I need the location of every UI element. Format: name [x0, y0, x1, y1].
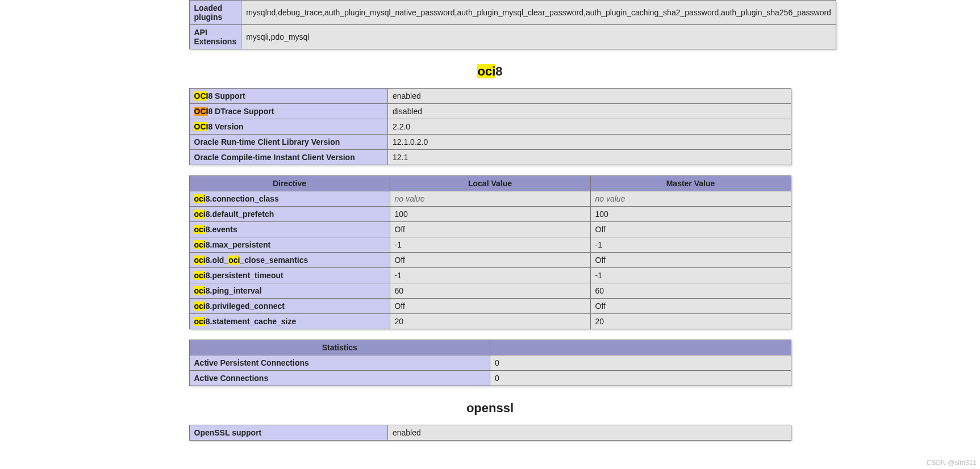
oci8-info-table: OCI8 SupportenabledOCI8 DTrace Supportdi…	[189, 88, 791, 165]
master-value: -1	[590, 268, 791, 283]
row-label: OCI8 Support	[189, 89, 387, 104]
master-value: no value	[590, 191, 791, 207]
table-row: oci8.statement_cache_size2020	[189, 314, 791, 329]
mysqlnd-table-tail: Loaded plugins mysqlnd,debug_trace,auth_…	[189, 0, 836, 49]
table-row: oci8.old_oci_close_semanticsOffOff	[189, 253, 791, 268]
row-label: Active Persistent Connections	[189, 355, 490, 371]
row-label: Oracle Run-time Client Library Version	[189, 135, 387, 150]
section-heading-openssl: openssl	[189, 401, 791, 416]
master-value: 20	[590, 314, 791, 329]
row-value: 0	[490, 371, 791, 386]
table-header-row: Directive Local Value Master Value	[189, 176, 791, 191]
row-value: 12.1.0.2.0	[387, 135, 791, 150]
local-value: Off	[390, 299, 590, 314]
local-value: 60	[390, 283, 590, 299]
table-row: OCI8 DTrace Supportdisabled	[189, 104, 791, 119]
table-row: Oracle Run-time Client Library Version12…	[189, 135, 791, 150]
label-highlight: oci	[194, 194, 206, 203]
row-label: Oracle Compile-time Instant Client Versi…	[189, 150, 387, 165]
directive-name: oci8.old_oci_close_semantics	[189, 253, 390, 268]
label-rest: Oracle Compile-time Instant Client Versi…	[194, 153, 355, 162]
table-row: Active Connections0	[189, 371, 791, 386]
row-label: OCI8 DTrace Support	[189, 104, 387, 119]
local-value: 100	[390, 207, 590, 222]
row-label: Loaded plugins	[189, 1, 241, 25]
table-row: oci8.max_persistent-1-1	[189, 237, 791, 253]
heading-rest: 8	[495, 64, 502, 78]
master-value: Off	[590, 299, 791, 314]
col-blank	[490, 340, 791, 355]
table-row: oci8.connection_classno valueno value	[189, 191, 791, 207]
label-highlight: oci	[194, 210, 206, 219]
row-value: enabled	[387, 89, 791, 104]
label-rest: 8 DTrace Support	[208, 107, 274, 116]
row-label: OpenSSL support	[189, 425, 387, 441]
row-value: 0	[490, 355, 791, 371]
table-row: OCI8 Version2.2.0	[189, 119, 791, 135]
section-heading-oci8: oci8	[189, 64, 791, 79]
directive-name: oci8.persistent_timeout	[189, 268, 390, 283]
table-row: oci8.persistent_timeout-1-1	[189, 268, 791, 283]
row-value: mysqli,pdo_mysql	[241, 25, 836, 49]
local-value: no value	[390, 191, 590, 207]
row-value: 12.1	[387, 150, 791, 165]
table-row: API Extensions mysqli,pdo_mysql	[189, 25, 836, 49]
local-value: -1	[390, 237, 590, 253]
row-label: OCI8 Version	[189, 119, 387, 135]
master-value: 60	[590, 283, 791, 299]
table-row: oci8.eventsOffOff	[189, 222, 791, 237]
directive-name: oci8.default_prefetch	[189, 207, 390, 222]
col-statistics: Statistics	[189, 340, 490, 355]
table-row: OCI8 Supportenabled	[189, 89, 791, 104]
local-value: 20	[390, 314, 590, 329]
directive-name: oci8.connection_class	[189, 191, 390, 207]
local-value: Off	[390, 222, 590, 237]
directive-name: oci8.privileged_connect	[189, 299, 390, 314]
table-row: oci8.privileged_connectOffOff	[189, 299, 791, 314]
label-highlight: oci	[194, 317, 206, 326]
directive-name: oci8.ping_interval	[189, 283, 390, 299]
label-highlight: oci	[228, 256, 240, 265]
oci8-directives-table: Directive Local Value Master Value oci8.…	[189, 175, 791, 329]
col-master-value: Master Value	[590, 176, 791, 191]
directive-name: oci8.events	[189, 222, 390, 237]
label-rest: 8 Version	[208, 122, 243, 131]
oci8-statistics-table: Statistics Active Persistent Connections…	[189, 340, 791, 386]
label-highlight: oci	[194, 240, 206, 249]
label-highlight: OCI	[194, 122, 208, 131]
heading-highlight: oci	[477, 64, 495, 78]
label-highlight: oci	[194, 256, 206, 265]
row-value: disabled	[387, 104, 791, 119]
table-row: OpenSSL support enabled	[189, 425, 791, 441]
row-value: mysqlnd,debug_trace,auth_plugin_mysql_na…	[241, 1, 836, 25]
label-highlight: OCI	[194, 107, 208, 116]
table-row: Active Persistent Connections0	[189, 355, 791, 371]
table-row: Loaded plugins mysqlnd,debug_trace,auth_…	[189, 1, 836, 25]
master-value: Off	[590, 253, 791, 268]
row-value: enabled	[387, 425, 791, 441]
table-header-row: Statistics	[189, 340, 791, 355]
table-row: Oracle Compile-time Instant Client Versi…	[189, 150, 791, 165]
local-value: -1	[390, 268, 590, 283]
master-value: Off	[590, 222, 791, 237]
master-value: -1	[590, 237, 791, 253]
directive-name: oci8.statement_cache_size	[189, 314, 390, 329]
watermark: CSDN @slm311	[927, 459, 977, 462]
master-value: 100	[590, 207, 791, 222]
label-highlight: oci	[194, 225, 206, 234]
table-row: oci8.ping_interval6060	[189, 283, 791, 299]
row-value: 2.2.0	[387, 119, 791, 135]
col-local-value: Local Value	[390, 176, 590, 191]
openssl-info-table: OpenSSL support enabled	[189, 425, 791, 441]
label-highlight: oci	[194, 286, 206, 295]
local-value: Off	[390, 253, 590, 268]
label-highlight: oci	[194, 271, 206, 280]
label-rest: Oracle Run-time Client Library Version	[194, 137, 340, 146]
label-rest: 8 Support	[208, 91, 245, 101]
directive-name: oci8.max_persistent	[189, 237, 390, 253]
row-label: Active Connections	[189, 371, 490, 386]
table-row: oci8.default_prefetch100100	[189, 207, 791, 222]
label-highlight: OCI	[194, 91, 208, 101]
row-label: API Extensions	[189, 25, 241, 49]
label-highlight: oci	[194, 302, 206, 311]
